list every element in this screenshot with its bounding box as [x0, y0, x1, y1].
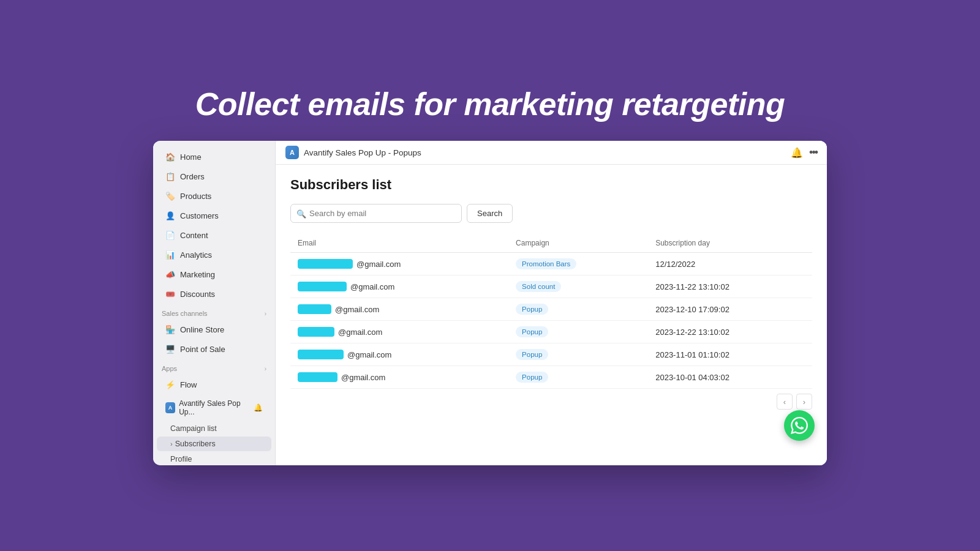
topbar-left: A Avantify Sales Pop Up - Popups — [285, 146, 421, 159]
table-row: @gmail.comPopup2023-12-22 13:10:02 — [290, 321, 812, 343]
search-input[interactable] — [290, 204, 462, 223]
app-bell-icon[interactable]: 🔔 — [254, 403, 263, 412]
email-cell-0: @gmail.com — [290, 253, 508, 276]
pagination: ‹ › — [290, 389, 812, 414]
email-suffix: @gmail.com — [347, 350, 391, 359]
sidebar-item-marketing[interactable]: 📣 Marketing — [157, 265, 271, 283]
topbar: A Avantify Sales Pop Up - Popups 🔔 ••• — [276, 141, 827, 165]
prev-page-button[interactable]: ‹ — [777, 394, 793, 410]
campaign-badge: Promotion Bars — [516, 258, 576, 269]
date-cell-3: 2023-12-22 13:10:02 — [648, 321, 812, 343]
col-subscription-day: Subscription day — [648, 234, 812, 253]
app-header: A Avantify Sales Pop Up... 🔔 — [157, 395, 271, 420]
table-row: @gmail.comPromotion Bars12/12/2022 — [290, 253, 812, 276]
sidebar-sub-profile[interactable]: Profile — [153, 452, 275, 465]
campaign-badge: Popup — [516, 326, 548, 337]
campaign-badge: Sold count — [516, 281, 561, 292]
sidebar-item-point-of-sale[interactable]: 🖥️ Point of Sale — [157, 340, 271, 358]
sidebar-item-customers[interactable]: 👤 Customers — [157, 206, 271, 225]
sidebar-item-products[interactable]: 🏷️ Products — [157, 187, 271, 205]
email-suffix: @gmail.com — [341, 373, 385, 382]
bell-button[interactable]: 🔔 — [791, 147, 803, 159]
page-content: Subscribers list 🔍 Search Email Campaign… — [276, 165, 827, 465]
email-blur — [298, 327, 334, 337]
sidebar-sub-campaign-list[interactable]: Campaign list — [153, 421, 275, 436]
sidebar-item-home[interactable]: 🏠 Home — [157, 148, 271, 166]
sidebar-label-analytics: Analytics — [180, 250, 212, 260]
topbar-app-icon: A — [285, 146, 299, 159]
sidebar-label-content: Content — [180, 231, 208, 240]
marketing-icon: 📣 — [165, 269, 175, 279]
campaign-cell-4: Popup — [508, 343, 648, 366]
email-blur — [298, 259, 353, 269]
topbar-actions: 🔔 ••• — [791, 146, 817, 159]
campaign-badge: Popup — [516, 349, 548, 360]
sidebar-label-customers: Customers — [180, 211, 219, 220]
sidebar-item-flow[interactable]: ⚡ Flow — [157, 375, 271, 394]
email-blur — [298, 372, 337, 382]
col-email: Email — [290, 234, 508, 253]
email-blur — [298, 304, 331, 314]
email-cell-2: @gmail.com — [290, 298, 508, 321]
app-window: 🏠 Home 📋 Orders 🏷️ Products 👤 Customers … — [153, 141, 827, 465]
topbar-title: Avantify Sales Pop Up - Popups — [304, 148, 421, 157]
email-suffix: @gmail.com — [356, 260, 401, 269]
home-icon: 🏠 — [165, 152, 175, 162]
email-blur — [298, 282, 347, 291]
email-blur — [298, 350, 344, 359]
email-cell-4: @gmail.com — [290, 343, 508, 366]
next-page-button[interactable]: › — [796, 394, 812, 410]
hero-title: Collect emails for marketing retargeting — [153, 86, 827, 122]
search-input-wrapper: 🔍 — [290, 204, 462, 223]
content-icon: 📄 — [165, 230, 175, 240]
search-button[interactable]: Search — [467, 204, 513, 223]
sidebar-item-discounts[interactable]: 🎟️ Discounts — [157, 285, 271, 303]
app-small-icon: A — [165, 402, 175, 413]
email-suffix: @gmail.com — [350, 282, 394, 291]
campaign-cell-1: Sold count — [508, 276, 648, 298]
table-header-row: Email Campaign Subscription day — [290, 234, 812, 253]
sidebar-item-orders[interactable]: 📋 Orders — [157, 167, 271, 186]
whatsapp-fab[interactable] — [784, 410, 815, 441]
online-store-icon: 🏪 — [165, 324, 175, 334]
analytics-icon: 📊 — [165, 250, 175, 260]
sidebar-label-orders: Orders — [180, 172, 205, 181]
customers-icon: 👤 — [165, 211, 175, 220]
search-icon: 🔍 — [296, 209, 306, 218]
campaign-cell-5: Popup — [508, 366, 648, 389]
campaign-badge: Popup — [516, 372, 548, 383]
date-cell-4: 2023-11-01 01:10:02 — [648, 343, 812, 366]
table-row: @gmail.comPopup2023-10-01 04:03:02 — [290, 366, 812, 389]
email-cell-3: @gmail.com — [290, 321, 508, 343]
sales-channels-section: Sales channels › — [153, 304, 275, 320]
apps-section: Apps › — [153, 359, 275, 375]
sidebar-item-content[interactable]: 📄 Content — [157, 226, 271, 244]
date-cell-1: 2023-11-22 13:10:02 — [648, 276, 812, 298]
sidebar-label-flow: Flow — [180, 380, 197, 389]
campaign-cell-3: Popup — [508, 321, 648, 343]
date-cell-5: 2023-10-01 04:03:02 — [648, 366, 812, 389]
sidebar-label-home: Home — [180, 152, 202, 162]
col-campaign: Campaign — [508, 234, 648, 253]
date-cell-2: 2023-12-10 17:09:02 — [648, 298, 812, 321]
campaign-cell-0: Promotion Bars — [508, 253, 648, 276]
sales-channels-chevron[interactable]: › — [265, 310, 266, 317]
sidebar-item-online-store[interactable]: 🏪 Online Store — [157, 320, 271, 339]
sidebar-item-analytics[interactable]: 📊 Analytics — [157, 246, 271, 264]
sidebar-label-marketing: Marketing — [180, 270, 215, 279]
email-suffix: @gmail.com — [338, 328, 382, 337]
orders-icon: 📋 — [165, 171, 175, 181]
flow-icon: ⚡ — [165, 380, 175, 389]
search-bar: 🔍 Search — [290, 204, 812, 223]
table-row: @gmail.comPopup2023-11-01 01:10:02 — [290, 343, 812, 366]
sidebar-label-products: Products — [180, 192, 211, 201]
products-icon: 🏷️ — [165, 191, 175, 201]
sidebar-label-discounts: Discounts — [180, 290, 215, 299]
table-row: @gmail.comPopup2023-12-10 17:09:02 — [290, 298, 812, 321]
sidebar-sub-subscribers[interactable]: › Subscribers — [157, 437, 271, 451]
page-heading: Subscribers list — [290, 177, 812, 193]
table-row: @gmail.comSold count2023-11-22 13:10:02 — [290, 276, 812, 298]
apps-chevron[interactable]: › — [265, 365, 266, 372]
main-content: A Avantify Sales Pop Up - Popups 🔔 ••• S… — [276, 141, 827, 465]
more-button[interactable]: ••• — [809, 146, 817, 159]
